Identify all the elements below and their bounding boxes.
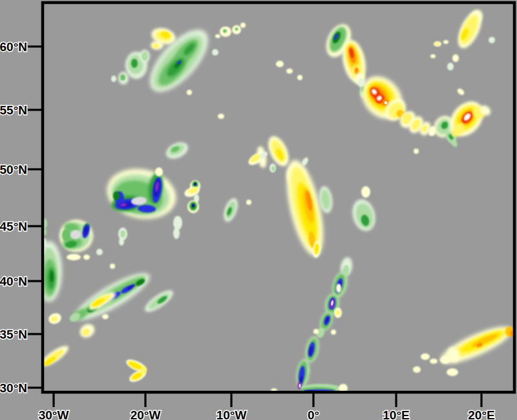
contour-shape-cream xyxy=(447,368,458,376)
contour-shape-cream xyxy=(246,200,251,205)
contour-shape-grn0 xyxy=(447,63,454,70)
contour-shape-cream xyxy=(413,366,421,373)
contour-shape-cream xyxy=(430,359,438,364)
contour-shape-grn2 xyxy=(62,229,71,242)
contour-shape-grn4 xyxy=(113,191,120,200)
contour-shape-yel1 xyxy=(153,43,159,48)
contour-shape-yel1 xyxy=(435,43,439,46)
contour-shape-grn3 xyxy=(131,59,138,68)
x-axis-tick-label: 10°E xyxy=(383,408,409,420)
contour-shape-cream xyxy=(83,255,90,260)
contour-shape-grn1 xyxy=(120,230,125,238)
contour-shape-cream xyxy=(443,40,448,44)
y-axis-tick-label: 35°N xyxy=(0,328,27,341)
contour-shape-grn2 xyxy=(235,28,238,31)
contour-shape-yel1 xyxy=(336,310,340,315)
small-eye-2 xyxy=(187,200,199,213)
x-axis-tick-label: 10°W xyxy=(216,408,247,420)
contour-shape-grn0 xyxy=(111,76,116,82)
contour-shape-gray xyxy=(299,384,301,388)
contour-shape-cream xyxy=(297,75,302,80)
contour-shape-cream xyxy=(336,284,341,293)
contour-shape-cream xyxy=(240,23,246,28)
y-axis-tick-label: 45°N xyxy=(0,220,27,233)
contour-shape-whi xyxy=(385,101,387,104)
y-axis-tick-label: 50°N xyxy=(0,163,27,176)
y-axis-tick-label: 60°N xyxy=(0,40,27,54)
contour-shape-cream xyxy=(110,264,115,269)
contour-shape-cream xyxy=(430,54,436,58)
y-axis-tick-label: 30°N xyxy=(0,381,27,395)
y-axis-tick-label: 55°N xyxy=(0,103,27,117)
contour-shape-grn2 xyxy=(120,74,125,81)
contour-shape-grn0 xyxy=(173,227,180,239)
contour-shape-yel1 xyxy=(140,366,147,374)
x-axis-tick-label: 0° xyxy=(308,408,319,420)
x-axis-tick-label: 20°E xyxy=(468,408,494,420)
contour-shape-grn2 xyxy=(223,29,227,33)
x-axis-tick-label: 20°W xyxy=(131,408,161,420)
contour-shape-navy xyxy=(194,183,196,185)
contour-shape-cream xyxy=(155,167,163,176)
contour-shape-cream xyxy=(361,186,370,198)
contour-shape-grn4 xyxy=(50,271,54,282)
c-ring-blob xyxy=(59,220,93,252)
figure-canvas: 60°N55°N50°N45°N40°N35°N30°N30°W20°W10°W… xyxy=(0,0,517,420)
contour-shape-grn0 xyxy=(212,49,218,56)
contour-shape-grn0 xyxy=(489,37,495,43)
contour-shape-grn1 xyxy=(271,166,275,171)
contour-map-plot: 60°N55°N50°N45°N40°N35°N30°N30°W20°W10°W… xyxy=(0,0,517,420)
contour-shape-gray xyxy=(70,230,81,239)
contour-shape-cream xyxy=(286,68,293,74)
contour-shape-cream xyxy=(313,329,319,334)
contour-shape-cream xyxy=(215,34,220,38)
contour-shape-cream xyxy=(187,90,192,95)
contour-shape-grn1 xyxy=(142,52,148,61)
contour-shape-cream xyxy=(218,114,224,119)
contour-shape-cream xyxy=(452,54,459,62)
contour-shape-cream xyxy=(421,353,430,360)
contour-shape-cream xyxy=(67,254,81,260)
contour-shape-cream xyxy=(276,61,284,67)
contour-shape-cream xyxy=(414,149,419,154)
contour-shape-cream xyxy=(331,330,336,335)
contour-shape-grn0 xyxy=(119,238,124,246)
y-axis-tick-label: 40°N xyxy=(0,275,27,288)
contour-shape-grn0 xyxy=(173,216,182,230)
x-axis-tick-label: 30°W xyxy=(39,408,69,420)
contour-shape-cream xyxy=(440,356,450,364)
contour-shape-cream xyxy=(102,314,109,319)
contour-shape-navy xyxy=(192,204,195,207)
contour-shape-grn0 xyxy=(96,249,103,255)
